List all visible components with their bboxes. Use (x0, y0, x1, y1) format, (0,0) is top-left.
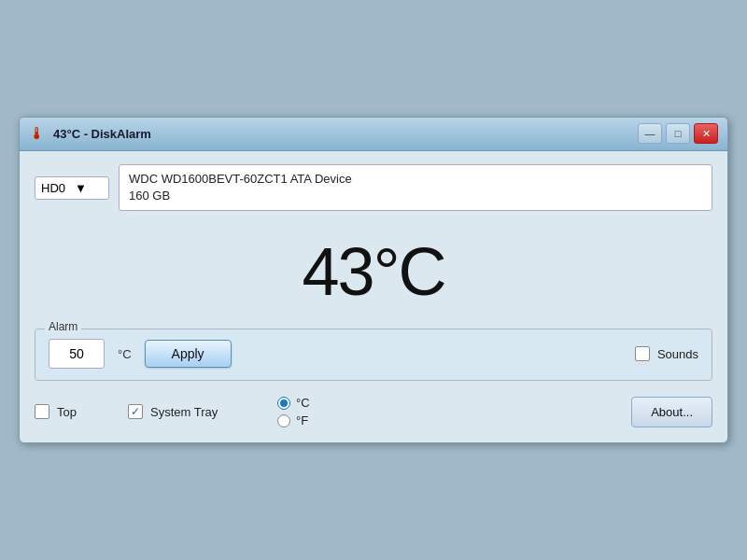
titlebar-buttons: — □ ✕ (638, 123, 718, 144)
fahrenheit-radio[interactable] (277, 414, 290, 427)
titlebar-left: 🌡 43°C - DiskAlarm (29, 124, 151, 144)
alarm-value-input[interactable] (49, 339, 105, 369)
alarm-label: Alarm (45, 320, 81, 333)
drive-selected-value: HD0 (41, 181, 65, 195)
top-group: Top (35, 404, 128, 419)
sounds-label: Sounds (657, 347, 698, 361)
top-label: Top (57, 405, 77, 419)
celsius-label: °C (296, 396, 310, 410)
chevron-down-icon: ▼ (75, 181, 87, 195)
fahrenheit-label: °F (296, 413, 308, 427)
celsius-radio-item[interactable]: °C (277, 396, 310, 410)
content-area: HD0 ▼ WDC WD1600BEVT-60ZCT1 ATA Device 1… (20, 151, 727, 442)
titlebar: 🌡 43°C - DiskAlarm — □ ✕ (20, 118, 727, 151)
top-checkbox[interactable] (35, 404, 49, 419)
window-title: 43°C - DiskAlarm (53, 127, 151, 141)
drive-info-line1: WDC WD1600BEVT-60ZCT1 ATA Device (129, 172, 352, 186)
celsius-radio[interactable] (277, 397, 290, 410)
drive-info-box: WDC WD1600BEVT-60ZCT1 ATA Device 160 GB (119, 164, 712, 211)
system-tray-label: System Tray (150, 405, 218, 419)
maximize-button[interactable]: □ (666, 123, 690, 144)
temperature-display: 43°C (35, 224, 712, 329)
sounds-group: Sounds (635, 346, 698, 361)
apply-button[interactable]: Apply (145, 340, 232, 368)
bottom-row: Top System Tray °C °F About... (35, 396, 712, 427)
close-button[interactable]: ✕ (694, 123, 718, 144)
thermometer-icon: 🌡 (29, 124, 46, 144)
sounds-checkbox[interactable] (635, 346, 650, 361)
alarm-group: Alarm °C Apply Sounds (35, 329, 712, 381)
drive-row: HD0 ▼ WDC WD1600BEVT-60ZCT1 ATA Device 1… (35, 164, 712, 211)
system-tray-checkbox[interactable] (128, 404, 143, 419)
alarm-unit: °C (118, 347, 132, 361)
minimize-button[interactable]: — (638, 123, 662, 144)
system-tray-group: System Tray (128, 404, 259, 419)
drive-selector[interactable]: HD0 ▼ (35, 176, 109, 200)
drive-info-line2: 160 GB (129, 189, 170, 203)
main-window: 🌡 43°C - DiskAlarm — □ ✕ HD0 ▼ WDC WD160… (19, 117, 728, 443)
fahrenheit-radio-item[interactable]: °F (277, 413, 310, 427)
alarm-row: °C Apply Sounds (49, 339, 698, 369)
unit-radio-group: °C °F (277, 396, 310, 427)
about-button[interactable]: About... (631, 397, 712, 427)
